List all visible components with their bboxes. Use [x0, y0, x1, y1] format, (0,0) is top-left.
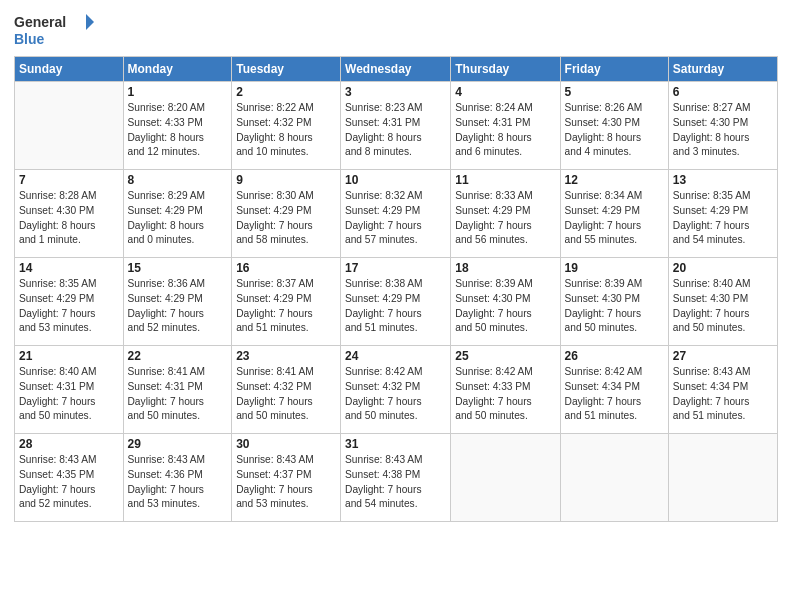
calendar-cell: 29Sunrise: 8:43 AMSunset: 4:36 PMDayligh… [123, 434, 232, 522]
day-info: Sunrise: 8:39 AMSunset: 4:30 PMDaylight:… [565, 277, 664, 336]
calendar-cell: 28Sunrise: 8:43 AMSunset: 4:35 PMDayligh… [15, 434, 124, 522]
day-info: Sunrise: 8:20 AMSunset: 4:33 PMDaylight:… [128, 101, 228, 160]
calendar-cell: 20Sunrise: 8:40 AMSunset: 4:30 PMDayligh… [668, 258, 777, 346]
weekday-header-row: SundayMondayTuesdayWednesdayThursdayFrid… [15, 57, 778, 82]
day-number: 16 [236, 261, 336, 275]
calendar-cell: 3Sunrise: 8:23 AMSunset: 4:31 PMDaylight… [341, 82, 451, 170]
day-info: Sunrise: 8:34 AMSunset: 4:29 PMDaylight:… [565, 189, 664, 248]
day-info: Sunrise: 8:41 AMSunset: 4:31 PMDaylight:… [128, 365, 228, 424]
calendar-cell: 9Sunrise: 8:30 AMSunset: 4:29 PMDaylight… [232, 170, 341, 258]
calendar-cell: 19Sunrise: 8:39 AMSunset: 4:30 PMDayligh… [560, 258, 668, 346]
day-number: 15 [128, 261, 228, 275]
day-number: 10 [345, 173, 446, 187]
day-info: Sunrise: 8:22 AMSunset: 4:32 PMDaylight:… [236, 101, 336, 160]
day-info: Sunrise: 8:28 AMSunset: 4:30 PMDaylight:… [19, 189, 119, 248]
calendar-cell [668, 434, 777, 522]
header: General Blue [14, 10, 778, 50]
day-info: Sunrise: 8:29 AMSunset: 4:29 PMDaylight:… [128, 189, 228, 248]
weekday-header-sunday: Sunday [15, 57, 124, 82]
page: General Blue SundayMondayTuesdayWednesda… [0, 0, 792, 612]
day-number: 5 [565, 85, 664, 99]
day-number: 6 [673, 85, 773, 99]
day-info: Sunrise: 8:39 AMSunset: 4:30 PMDaylight:… [455, 277, 555, 336]
day-info: Sunrise: 8:24 AMSunset: 4:31 PMDaylight:… [455, 101, 555, 160]
day-number: 17 [345, 261, 446, 275]
day-number: 28 [19, 437, 119, 451]
calendar-cell: 7Sunrise: 8:28 AMSunset: 4:30 PMDaylight… [15, 170, 124, 258]
calendar-cell: 4Sunrise: 8:24 AMSunset: 4:31 PMDaylight… [451, 82, 560, 170]
weekday-header-monday: Monday [123, 57, 232, 82]
day-info: Sunrise: 8:42 AMSunset: 4:33 PMDaylight:… [455, 365, 555, 424]
day-number: 24 [345, 349, 446, 363]
day-number: 13 [673, 173, 773, 187]
week-row-4: 21Sunrise: 8:40 AMSunset: 4:31 PMDayligh… [15, 346, 778, 434]
day-info: Sunrise: 8:36 AMSunset: 4:29 PMDaylight:… [128, 277, 228, 336]
day-number: 7 [19, 173, 119, 187]
calendar-cell: 25Sunrise: 8:42 AMSunset: 4:33 PMDayligh… [451, 346, 560, 434]
day-info: Sunrise: 8:40 AMSunset: 4:31 PMDaylight:… [19, 365, 119, 424]
week-row-5: 28Sunrise: 8:43 AMSunset: 4:35 PMDayligh… [15, 434, 778, 522]
calendar-cell: 27Sunrise: 8:43 AMSunset: 4:34 PMDayligh… [668, 346, 777, 434]
calendar-cell: 11Sunrise: 8:33 AMSunset: 4:29 PMDayligh… [451, 170, 560, 258]
day-info: Sunrise: 8:42 AMSunset: 4:34 PMDaylight:… [565, 365, 664, 424]
calendar-cell: 13Sunrise: 8:35 AMSunset: 4:29 PMDayligh… [668, 170, 777, 258]
day-number: 25 [455, 349, 555, 363]
calendar-cell: 6Sunrise: 8:27 AMSunset: 4:30 PMDaylight… [668, 82, 777, 170]
day-number: 3 [345, 85, 446, 99]
calendar-cell: 12Sunrise: 8:34 AMSunset: 4:29 PMDayligh… [560, 170, 668, 258]
week-row-1: 1Sunrise: 8:20 AMSunset: 4:33 PMDaylight… [15, 82, 778, 170]
weekday-header-thursday: Thursday [451, 57, 560, 82]
day-info: Sunrise: 8:43 AMSunset: 4:36 PMDaylight:… [128, 453, 228, 512]
day-info: Sunrise: 8:23 AMSunset: 4:31 PMDaylight:… [345, 101, 446, 160]
weekday-header-tuesday: Tuesday [232, 57, 341, 82]
weekday-header-wednesday: Wednesday [341, 57, 451, 82]
day-number: 19 [565, 261, 664, 275]
day-info: Sunrise: 8:42 AMSunset: 4:32 PMDaylight:… [345, 365, 446, 424]
calendar-cell: 31Sunrise: 8:43 AMSunset: 4:38 PMDayligh… [341, 434, 451, 522]
day-number: 26 [565, 349, 664, 363]
day-number: 1 [128, 85, 228, 99]
day-number: 21 [19, 349, 119, 363]
logo: General Blue [14, 10, 94, 50]
calendar-cell: 1Sunrise: 8:20 AMSunset: 4:33 PMDaylight… [123, 82, 232, 170]
day-info: Sunrise: 8:35 AMSunset: 4:29 PMDaylight:… [19, 277, 119, 336]
day-info: Sunrise: 8:43 AMSunset: 4:35 PMDaylight:… [19, 453, 119, 512]
weekday-header-friday: Friday [560, 57, 668, 82]
day-info: Sunrise: 8:30 AMSunset: 4:29 PMDaylight:… [236, 189, 336, 248]
calendar-cell: 5Sunrise: 8:26 AMSunset: 4:30 PMDaylight… [560, 82, 668, 170]
day-number: 22 [128, 349, 228, 363]
day-number: 9 [236, 173, 336, 187]
day-number: 29 [128, 437, 228, 451]
day-info: Sunrise: 8:37 AMSunset: 4:29 PMDaylight:… [236, 277, 336, 336]
calendar-cell: 15Sunrise: 8:36 AMSunset: 4:29 PMDayligh… [123, 258, 232, 346]
calendar-cell: 8Sunrise: 8:29 AMSunset: 4:29 PMDaylight… [123, 170, 232, 258]
day-number: 30 [236, 437, 336, 451]
calendar-cell [451, 434, 560, 522]
day-info: Sunrise: 8:33 AMSunset: 4:29 PMDaylight:… [455, 189, 555, 248]
calendar-cell: 17Sunrise: 8:38 AMSunset: 4:29 PMDayligh… [341, 258, 451, 346]
calendar-cell: 18Sunrise: 8:39 AMSunset: 4:30 PMDayligh… [451, 258, 560, 346]
weekday-header-saturday: Saturday [668, 57, 777, 82]
day-number: 12 [565, 173, 664, 187]
day-info: Sunrise: 8:43 AMSunset: 4:34 PMDaylight:… [673, 365, 773, 424]
day-info: Sunrise: 8:43 AMSunset: 4:38 PMDaylight:… [345, 453, 446, 512]
day-info: Sunrise: 8:27 AMSunset: 4:30 PMDaylight:… [673, 101, 773, 160]
day-number: 23 [236, 349, 336, 363]
day-number: 4 [455, 85, 555, 99]
day-number: 31 [345, 437, 446, 451]
calendar-cell: 30Sunrise: 8:43 AMSunset: 4:37 PMDayligh… [232, 434, 341, 522]
day-info: Sunrise: 8:35 AMSunset: 4:29 PMDaylight:… [673, 189, 773, 248]
day-number: 8 [128, 173, 228, 187]
calendar-cell: 21Sunrise: 8:40 AMSunset: 4:31 PMDayligh… [15, 346, 124, 434]
calendar-cell: 10Sunrise: 8:32 AMSunset: 4:29 PMDayligh… [341, 170, 451, 258]
day-info: Sunrise: 8:41 AMSunset: 4:32 PMDaylight:… [236, 365, 336, 424]
day-number: 2 [236, 85, 336, 99]
calendar-cell: 2Sunrise: 8:22 AMSunset: 4:32 PMDaylight… [232, 82, 341, 170]
day-number: 27 [673, 349, 773, 363]
day-info: Sunrise: 8:43 AMSunset: 4:37 PMDaylight:… [236, 453, 336, 512]
svg-text:General: General [14, 14, 66, 30]
day-info: Sunrise: 8:32 AMSunset: 4:29 PMDaylight:… [345, 189, 446, 248]
week-row-2: 7Sunrise: 8:28 AMSunset: 4:30 PMDaylight… [15, 170, 778, 258]
logo-svg: General Blue [14, 10, 94, 50]
day-number: 20 [673, 261, 773, 275]
